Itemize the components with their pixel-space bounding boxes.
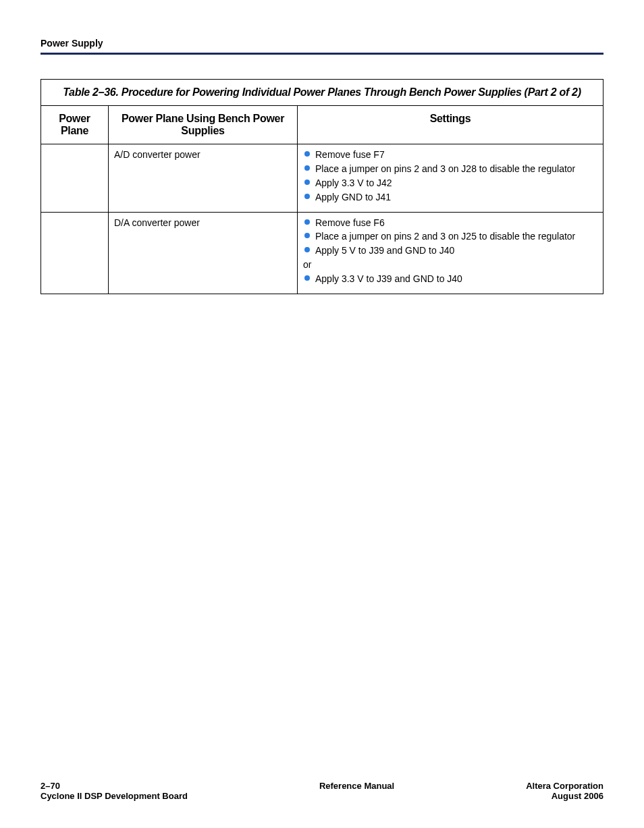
list-item: Place a jumper on pins 2 and 3 on J25 to…: [303, 230, 597, 243]
settings-list: Remove fuse F6 Place a jumper on pins 2 …: [303, 217, 597, 258]
settings-list: Remove fuse F7 Place a jumper on pins 2 …: [303, 148, 597, 204]
list-item-text: Remove fuse F7: [315, 149, 385, 160]
page-footer: 2–70 Cyclone II DSP Development Board Re…: [41, 781, 603, 801]
list-item: Apply 3.3 V to J42: [303, 177, 597, 190]
footer-corporation: Altera Corporation: [526, 781, 603, 791]
cell-settings: Remove fuse F7 Place a jumper on pins 2 …: [298, 144, 603, 213]
list-item-text: Apply GND to J41: [315, 192, 391, 202]
footer-center: Reference Manual: [319, 781, 394, 801]
list-item-text: Place a jumper on pins 2 and 3 on J25 to…: [315, 231, 575, 242]
settings-list-alt: Apply 3.3 V to J39 and GND to J40: [303, 273, 597, 285]
bullet-icon: [304, 151, 310, 157]
col-header-settings: Settings: [298, 106, 603, 144]
col-header-plane: Power Plane: [41, 106, 109, 144]
bullet-icon: [304, 180, 310, 185]
footer-date: August 2006: [526, 791, 603, 801]
col-header-supplies: Power Plane Using Bench Power Supplies: [109, 106, 298, 144]
cell-plane: [41, 144, 109, 213]
list-item-text: Apply 5 V to J39 and GND to J40: [315, 245, 454, 256]
or-separator: or: [303, 258, 597, 271]
footer-right: Altera Corporation August 2006: [526, 781, 603, 801]
procedure-table: Table 2–36. Procedure for Powering Indiv…: [41, 79, 603, 294]
list-item: Place a jumper on pins 2 and 3 on J28 to…: [303, 163, 597, 175]
cell-supplies: D/A converter power: [109, 212, 298, 294]
list-item-text: Remove fuse F6: [315, 217, 385, 228]
list-item-text: Apply 3.3 V to J39 and GND to J40: [315, 273, 462, 284]
footer-page-number: 2–70: [41, 781, 188, 791]
list-item-text: Place a jumper on pins 2 and 3 on J28 to…: [315, 163, 575, 174]
bullet-icon: [304, 247, 310, 252]
list-item: Apply 3.3 V to J39 and GND to J40: [303, 273, 597, 285]
cell-settings: Remove fuse F6 Place a jumper on pins 2 …: [298, 212, 603, 294]
list-item: Apply 5 V to J39 and GND to J40: [303, 244, 597, 257]
list-item: Remove fuse F7: [303, 148, 597, 161]
list-item-text: Apply 3.3 V to J42: [315, 177, 392, 188]
footer-left: 2–70 Cyclone II DSP Development Board: [41, 781, 188, 801]
bullet-icon: [304, 165, 310, 171]
bullet-icon: [304, 275, 310, 281]
bullet-icon: [304, 194, 310, 199]
cell-supplies: A/D converter power: [109, 144, 298, 213]
section-header: Power Supply: [41, 38, 603, 49]
table-caption: Table 2–36. Procedure for Powering Indiv…: [41, 80, 603, 106]
cell-plane: [41, 212, 109, 294]
header-rule: [41, 53, 603, 55]
bullet-icon: [304, 219, 310, 225]
bullet-icon: [304, 233, 310, 238]
table-row: D/A converter power Remove fuse F6 Place…: [41, 212, 603, 294]
table-row: A/D converter power Remove fuse F7 Place…: [41, 144, 603, 213]
list-item: Apply GND to J41: [303, 191, 597, 204]
footer-board-name: Cyclone II DSP Development Board: [41, 791, 188, 801]
list-item: Remove fuse F6: [303, 217, 597, 229]
